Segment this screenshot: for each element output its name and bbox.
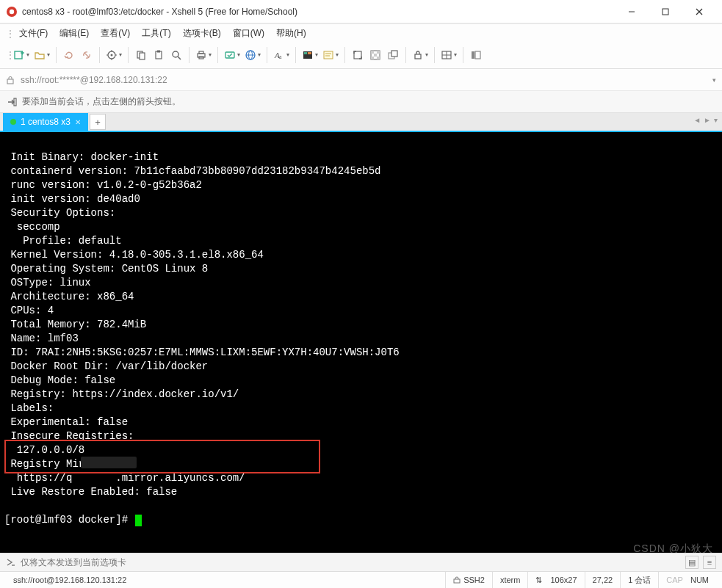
tab-close-icon[interactable]: ✕ (75, 118, 81, 126)
terminal-line: Profile: default (4, 235, 122, 247)
font-button[interactable]: Aa (272, 47, 291, 63)
grip-icon: ⋮ (6, 27, 10, 40)
svg-point-1 (10, 9, 14, 13)
tab-next-icon[interactable]: ► (704, 116, 711, 124)
toolbar-divider (295, 47, 296, 63)
svg-point-19 (173, 51, 178, 57)
tab-menu-icon[interactable]: ▾ (714, 116, 718, 124)
add-session-icon[interactable] (6, 96, 18, 108)
sendbar: ▤ ≡ (0, 553, 722, 572)
svg-rect-24 (225, 52, 234, 58)
color-scheme-button[interactable] (300, 47, 320, 63)
send-input[interactable] (21, 557, 681, 567)
terminal-line: Live Restore Enabled: false (4, 486, 177, 498)
svg-text:a: a (279, 54, 282, 60)
find-button[interactable] (168, 47, 184, 63)
toolbar-divider (128, 47, 129, 63)
terminal-line: Security Options: (4, 207, 115, 219)
svg-rect-41 (371, 57, 374, 59)
svg-rect-50 (475, 51, 480, 59)
maximize-button[interactable] (649, 0, 682, 23)
toolbar-divider (267, 47, 267, 63)
terminal-line: Kernel Version: 4.18.0-305.3.1.el8.x86_6… (4, 249, 264, 261)
menu-edit[interactable]: 编辑(E) (54, 26, 95, 41)
paste-button[interactable] (151, 47, 167, 63)
menu-window[interactable]: 窗口(W) (227, 26, 270, 41)
window-title: centos8 x3 - root@lmf03:/etc/docker - Xs… (22, 7, 615, 17)
transparent-button[interactable] (367, 47, 383, 63)
send-to-all-button[interactable]: ▤ (685, 556, 698, 569)
minimize-button[interactable] (615, 0, 649, 23)
fullscreen-button[interactable] (350, 47, 366, 63)
menu-tools[interactable]: 工具(T) (136, 26, 176, 41)
menu-file[interactable]: 文件(F) (13, 26, 54, 41)
statusbar: ssh://root@192.168.120.131:22 SSH2 xterm… (0, 572, 722, 588)
status-num: NUM (690, 576, 709, 584)
terminal-line: Total Memory: 782.4MiB (4, 319, 146, 330)
toolbar-divider (405, 47, 406, 63)
reconnect-button[interactable] (61, 47, 77, 63)
terminal-line: seccomp (4, 221, 60, 233)
svg-rect-3 (663, 9, 668, 15)
always-on-top-button[interactable] (385, 47, 401, 63)
svg-rect-54 (454, 579, 460, 583)
terminal-line: OSType: linux (4, 277, 91, 288)
xftp-button[interactable] (223, 47, 242, 63)
titlebar: centos8 x3 - root@lmf03:/etc/docker - Xs… (0, 0, 722, 23)
tabstrip: 1 centos8 x3 ✕ + ◄ ► ▾ (0, 113, 722, 132)
toolbar-divider (344, 47, 345, 63)
menubar: ⋮ 文件(F) 编辑(E) 查看(V) 工具(T) 选项卡(B) 窗口(W) 帮… (0, 23, 722, 41)
properties-button[interactable] (104, 47, 123, 63)
print-button[interactable] (194, 47, 213, 63)
send-icon[interactable] (6, 557, 16, 567)
svg-rect-51 (7, 79, 13, 84)
sidebar-button[interactable] (468, 47, 484, 63)
menu-tabs[interactable]: 选项卡(B) (177, 26, 227, 41)
toolbar-divider (99, 47, 100, 63)
lock-button[interactable] (411, 47, 430, 63)
svg-rect-45 (415, 54, 421, 59)
disconnect-button[interactable] (79, 47, 95, 63)
terminal-line: containerd version: 7b11cfaabd73bb80907d… (4, 165, 380, 177)
terminal-line: 127.0.0.0/8 (4, 444, 84, 456)
tab-nav: ◄ ► ▾ (693, 116, 718, 124)
terminal-line: init version: de40ad0 (4, 193, 140, 205)
close-button[interactable] (682, 0, 716, 23)
redaction-box (81, 457, 137, 468)
svg-rect-38 (371, 51, 374, 54)
status-protocol: SSH2 (445, 572, 492, 588)
menu-view[interactable]: 查看(V) (95, 26, 136, 41)
svg-rect-32 (308, 52, 311, 54)
addressbar: ssh://root:******@192.168.120.131:22 ▾ (0, 69, 722, 91)
svg-rect-52 (14, 98, 16, 106)
svg-rect-18 (157, 50, 160, 52)
menu-help[interactable]: 帮助(H) (270, 26, 312, 41)
terminal-line: CPUs: 4 (4, 305, 54, 316)
status-dot-icon (10, 119, 16, 125)
send-menu-button[interactable]: ≡ (703, 556, 716, 569)
tab-prev-icon[interactable]: ◄ (693, 116, 701, 124)
web-button[interactable] (243, 47, 262, 63)
highlight-button[interactable] (321, 47, 340, 63)
terminal-line: Insecure Registries: (4, 430, 134, 442)
terminal-line: Name: lmf03 (4, 333, 79, 344)
terminal-prompt: [root@lmf03 docker]# (4, 513, 134, 527)
toolbar-divider (434, 47, 435, 63)
svg-rect-22 (199, 51, 203, 54)
terminal-line: Experimental: false (4, 416, 128, 428)
terminal-line: Operating System: CentOS Linux 8 (4, 263, 208, 275)
tab-session-1[interactable]: 1 centos8 x3 ✕ (3, 113, 88, 131)
open-folder-button[interactable] (32, 47, 51, 63)
new-session-button[interactable] (12, 47, 31, 63)
svg-rect-49 (472, 51, 474, 59)
copy-button[interactable] (133, 47, 149, 63)
terminal[interactable]: Init Binary: docker-init containerd vers… (0, 132, 722, 553)
svg-rect-40 (374, 54, 377, 57)
add-tab-button[interactable]: + (90, 114, 106, 130)
app-icon (6, 6, 18, 18)
address-text[interactable]: ssh://root:******@192.168.120.131:22 (21, 75, 712, 85)
status-sessions: 1 会话 (620, 572, 658, 588)
dropdown-icon[interactable]: ▾ (712, 76, 716, 84)
layout-button[interactable] (439, 47, 458, 63)
terminal-line: Debug Mode: false (4, 374, 115, 386)
